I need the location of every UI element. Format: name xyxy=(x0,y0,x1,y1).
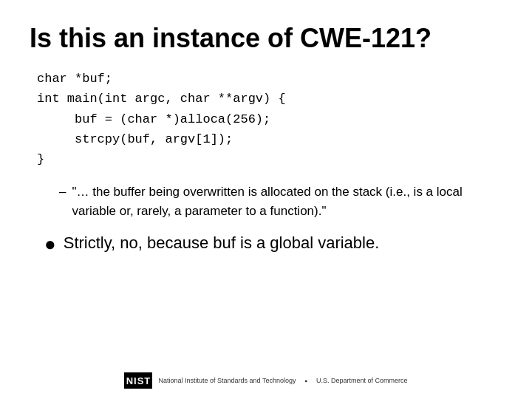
dash-symbol: – xyxy=(59,183,66,202)
dash-item: – "… the buffer being overwritten is all… xyxy=(59,183,502,220)
slide-title: Is this an instance of CWE-121? xyxy=(30,22,502,54)
code-line-5: } xyxy=(37,149,502,169)
nist-logo: NIST xyxy=(124,372,152,389)
dash-text: "… the buffer being overwritten is alloc… xyxy=(72,183,502,220)
code-line-4: strcpy(buf, argv[1]); xyxy=(37,129,502,149)
footer: NIST National Institute of Standards and… xyxy=(0,372,532,389)
code-line-2: int main(int argc, char **argv) { xyxy=(37,89,502,109)
footer-dept: U.S. Department of Commerce xyxy=(316,377,408,384)
slide: Is this an instance of CWE-121? char *bu… xyxy=(0,0,532,399)
code-line-3: buf = (char *)alloca(256); xyxy=(37,109,502,129)
bullet-dot: ● xyxy=(44,232,56,257)
dash-section: – "… the buffer being overwritten is all… xyxy=(59,183,502,220)
code-block: char *buf; int main(int argc, char **arg… xyxy=(37,69,502,169)
bullet-text: Strictly, no, because buf is a global va… xyxy=(64,232,380,255)
nist-full-name: National Institute of Standards and Tech… xyxy=(158,377,296,384)
bullet-item: ● Strictly, no, because buf is a global … xyxy=(44,232,502,257)
code-line-1: char *buf; xyxy=(37,69,502,89)
footer-separator: ▪ xyxy=(304,377,307,385)
nist-logo-text: NIST xyxy=(126,375,151,386)
